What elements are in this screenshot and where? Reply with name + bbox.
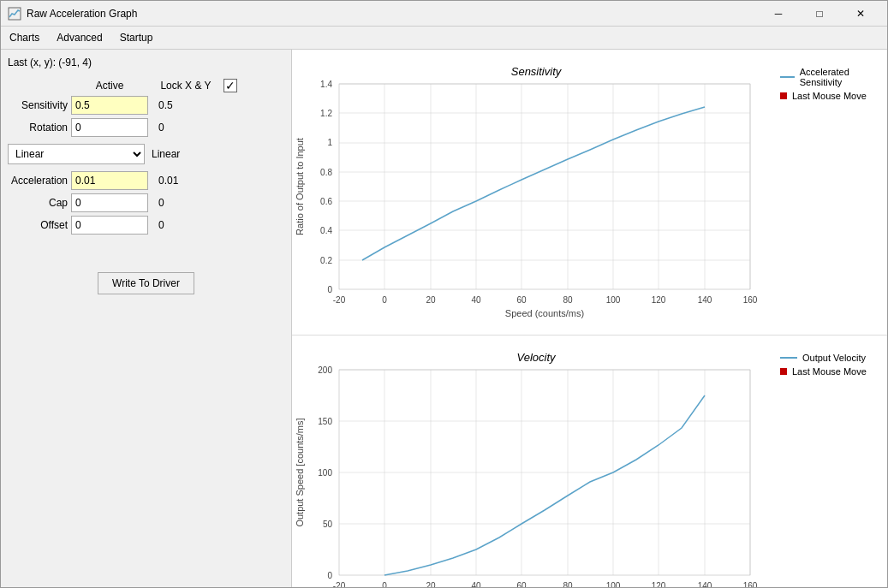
close-button[interactable]: ✕ — [841, 2, 880, 26]
svg-text:60: 60 — [516, 295, 527, 305]
lock-xy-checkbox[interactable]: ✓ — [223, 79, 237, 92]
velocity-chart-legend: Output Velocity Last Mouse Move — [780, 344, 887, 587]
velocity-chart-panel: Velocity — [292, 336, 887, 587]
chart2-title: Velocity — [516, 351, 557, 364]
svg-text:-20: -20 — [333, 581, 346, 587]
title-bar: Raw Acceleration Graph ─ □ ✕ — [1, 1, 887, 27]
svg-text:80: 80 — [563, 295, 573, 305]
sensitivity-input[interactable] — [71, 96, 148, 115]
legend-item-last-mouse-1: Last Mouse Move — [780, 91, 879, 101]
svg-text:0: 0 — [327, 571, 332, 580]
rotation-default: 0 — [152, 122, 177, 134]
legend-label-last-mouse-2: Last Mouse Move — [792, 366, 867, 377]
svg-text:60: 60 — [516, 581, 527, 587]
acceleration-label: Acceleration — [8, 175, 68, 187]
svg-text:0.8: 0.8 — [320, 168, 332, 177]
sensitivity-label: Sensitivity — [8, 99, 68, 111]
svg-text:-20: -20 — [333, 295, 346, 305]
svg-text:Output Speed [counts/ms]: Output Speed [counts/ms] — [295, 418, 305, 526]
legend-item-last-mouse-2: Last Mouse Move — [780, 366, 879, 377]
svg-text:Ratio of Output to Input: Ratio of Output to Input — [295, 138, 305, 235]
maximize-button[interactable]: □ — [800, 2, 839, 26]
active-column-header: Active — [71, 80, 148, 92]
title-bar-left: Raw Acceleration Graph — [8, 7, 137, 21]
offset-default: 0 — [152, 219, 177, 231]
offset-input[interactable] — [71, 216, 148, 235]
offset-row: Offset 0 — [8, 216, 284, 235]
svg-text:20: 20 — [426, 295, 436, 305]
rotation-input[interactable] — [71, 118, 148, 137]
legend-line-icon-2 — [780, 357, 797, 359]
legend-label-output-velocity: Output Velocity — [802, 353, 866, 363]
column-headers: Active Lock X & Y ✓ — [8, 79, 284, 92]
legend-dot-icon-2 — [780, 368, 787, 375]
svg-text:1: 1 — [327, 138, 332, 147]
cap-input[interactable] — [71, 193, 148, 212]
accel-type-row: Linear Exponential Classic Jump Natural … — [8, 144, 284, 164]
rotation-row: Rotation 0 — [8, 118, 284, 137]
svg-text:0.2: 0.2 — [320, 256, 332, 265]
sensitivity-chart-panel: Sensitivity — [292, 50, 887, 336]
svg-text:160: 160 — [743, 581, 758, 587]
sensitivity-chart-wrapper: Sensitivity — [292, 58, 780, 326]
svg-text:1.2: 1.2 — [320, 109, 332, 118]
legend-label-last-mouse-1: Last Mouse Move — [792, 91, 867, 101]
lock-column-header: Lock X & Y — [152, 80, 220, 92]
legend-label-accel-sensitivity: Accelerated Sensitivity — [800, 67, 879, 87]
svg-text:80: 80 — [563, 581, 573, 587]
legend-item-output-velocity: Output Velocity — [780, 353, 879, 363]
svg-text:20: 20 — [426, 581, 436, 587]
write-to-driver-button[interactable]: Write To Driver — [98, 272, 194, 294]
svg-text:150: 150 — [318, 417, 332, 426]
rotation-label: Rotation — [8, 122, 68, 134]
svg-text:140: 140 — [698, 581, 712, 587]
svg-text:0: 0 — [382, 581, 387, 587]
sensitivity-chart-legend: Accelerated Sensitivity Last Mouse Move — [780, 58, 887, 326]
legend-line-icon — [780, 76, 795, 78]
svg-text:100: 100 — [606, 581, 621, 587]
cap-label: Cap — [8, 197, 68, 209]
sidebar: Last (x, y): (-91, 4) Active Lock X & Y … — [1, 50, 292, 587]
svg-text:0.6: 0.6 — [320, 197, 332, 206]
app-icon — [8, 7, 21, 21]
acceleration-input[interactable] — [71, 171, 148, 190]
cap-row: Cap 0 — [8, 193, 284, 212]
svg-text:40: 40 — [471, 581, 481, 587]
acceleration-default: 0.01 — [152, 175, 178, 187]
legend-item-accel-sensitivity: Accelerated Sensitivity — [780, 67, 879, 87]
svg-text:50: 50 — [323, 520, 333, 529]
svg-rect-1 — [339, 84, 750, 289]
legend-dot-icon-1 — [780, 92, 787, 99]
svg-text:100: 100 — [318, 468, 332, 478]
sensitivity-default: 0.5 — [152, 99, 177, 111]
svg-text:0: 0 — [382, 295, 387, 305]
sensitivity-chart: Sensitivity — [292, 58, 780, 324]
svg-text:100: 100 — [606, 295, 621, 305]
svg-text:160: 160 — [743, 295, 758, 305]
velocity-chart-wrapper: Velocity — [292, 344, 780, 587]
svg-text:Speed (counts/ms): Speed (counts/ms) — [505, 308, 584, 318]
minimize-button[interactable]: ─ — [759, 2, 798, 26]
svg-text:1.4: 1.4 — [320, 80, 332, 89]
menu-item-advanced[interactable]: Advanced — [48, 28, 110, 47]
chart1-title: Sensitivity — [511, 65, 563, 78]
cap-default: 0 — [152, 197, 177, 209]
menu-item-startup[interactable]: Startup — [111, 28, 162, 47]
title-bar-controls: ─ □ ✕ — [759, 2, 880, 26]
svg-text:0: 0 — [327, 285, 332, 294]
svg-text:200: 200 — [318, 365, 332, 375]
velocity-chart: Velocity — [292, 344, 780, 587]
svg-text:120: 120 — [652, 581, 666, 587]
coords-label: Last (x, y): (-91, 4) — [8, 56, 284, 68]
acceleration-row: Acceleration 0.01 — [8, 171, 284, 190]
menu-item-charts[interactable]: Charts — [1, 28, 48, 47]
svg-text:0.4: 0.4 — [320, 226, 332, 235]
svg-text:40: 40 — [471, 295, 481, 305]
accel-type-select[interactable]: Linear Exponential Classic Jump Natural … — [8, 144, 145, 164]
charts-area: Sensitivity — [292, 50, 887, 587]
window-title: Raw Acceleration Graph — [27, 8, 137, 20]
content-area: Last (x, y): (-91, 4) Active Lock X & Y … — [1, 50, 887, 587]
menu-bar: Charts Advanced Startup — [1, 27, 887, 50]
write-btn-container: Write To Driver — [8, 272, 284, 294]
sensitivity-row: Sensitivity 0.5 — [8, 96, 284, 115]
